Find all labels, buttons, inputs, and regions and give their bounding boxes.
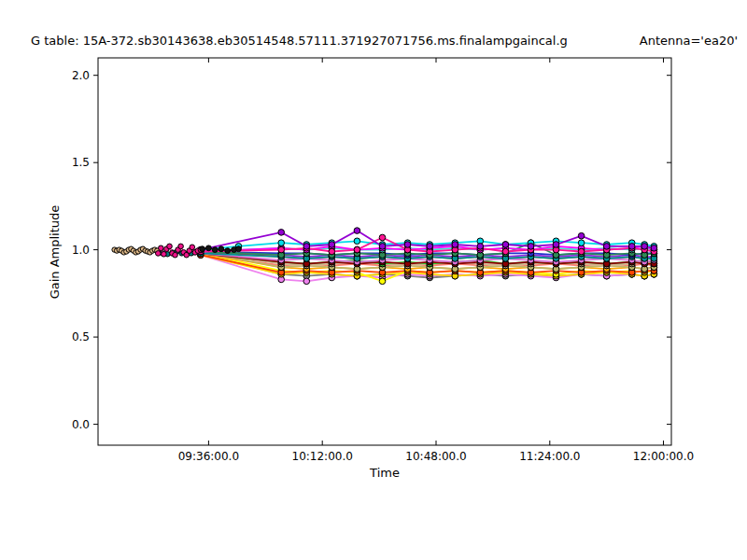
y-tick-label: 0.0 — [72, 418, 90, 431]
series-purple-marker — [278, 230, 285, 236]
gain-calibration-figure: G table: 15A-372.sb30143638.eb30514548.5… — [0, 0, 747, 560]
series-purple-marker — [379, 244, 386, 250]
series-deeppink-marker — [379, 234, 386, 241]
x-tick-label: 10:12:00.0 — [292, 450, 353, 463]
series-black-cal-marker — [236, 246, 242, 252]
series-purple-marker — [354, 228, 360, 234]
series-purple-marker — [651, 245, 657, 252]
y-tick-label: 1.5 — [72, 156, 90, 169]
series-magenta-cal-marker — [162, 252, 167, 258]
x-tick-label: 10:48:00.0 — [405, 450, 466, 463]
x-tick-label: 12:00:00.0 — [633, 450, 694, 463]
series-magenta-cal-marker — [190, 245, 195, 250]
series-purple-marker — [641, 244, 648, 250]
series-deeppink-marker — [278, 246, 285, 253]
series-purple-marker — [329, 242, 335, 248]
series-purple-marker — [477, 244, 484, 250]
series-yellow-marker — [379, 278, 386, 285]
series-cyan-marker — [278, 240, 285, 246]
series-purple-marker — [553, 242, 559, 248]
series-magenta-cal-marker — [167, 244, 173, 249]
series-magenta-cal-marker — [156, 251, 162, 257]
series-purple-marker — [578, 232, 585, 239]
series-purple-marker — [404, 242, 411, 248]
series-magenta-cal-marker — [159, 245, 164, 251]
series-purple-marker — [452, 242, 458, 248]
series-black-cal-marker — [212, 247, 218, 253]
series-purple-marker — [628, 244, 635, 250]
y-tick-label: 1.0 — [72, 244, 90, 257]
x-tick-label: 09:36:00.0 — [178, 450, 239, 463]
y-tick-label: 2.0 — [72, 69, 90, 82]
series-purple-marker — [603, 244, 610, 250]
series-black-cal-marker — [218, 246, 224, 252]
series-purple-marker — [303, 244, 310, 250]
x-tick-label: 11:24:00.0 — [519, 450, 580, 463]
series-violet-marker — [303, 278, 310, 285]
series-black-cal-marker — [200, 246, 205, 252]
series-black-cal-marker — [225, 248, 231, 254]
series-deeppink-marker — [354, 246, 360, 253]
y-tick-label: 0.5 — [72, 330, 90, 343]
series-magenta-cal-marker — [173, 252, 178, 258]
series-purple-marker — [528, 244, 534, 250]
series-deeppink-marker — [578, 248, 585, 255]
series-magenta-cal-marker — [178, 244, 184, 249]
series-deeppink-marker — [329, 248, 335, 255]
series-purple-marker — [427, 244, 433, 250]
series-cyan-marker — [578, 240, 585, 246]
series-deeppink-marker — [502, 248, 509, 255]
series-black-cal-marker — [206, 245, 212, 251]
x-axis-label: Time — [370, 466, 400, 480]
series-purple-marker — [502, 242, 509, 248]
series-cyan-marker — [354, 238, 360, 245]
